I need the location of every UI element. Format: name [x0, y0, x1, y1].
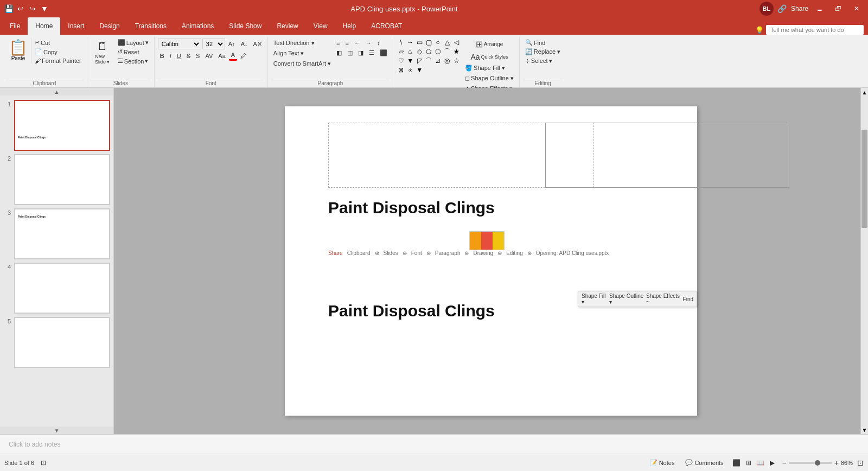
format-painter-button[interactable]: 🖌 Format Painter [33, 56, 84, 65]
user-avatar[interactable]: BL [760, 2, 774, 16]
slide-preview-4[interactable] [14, 263, 110, 314]
reset-button[interactable]: ↺ Reset [116, 47, 151, 56]
slide-preview-2[interactable] [14, 154, 110, 205]
redo-icon[interactable]: ↪ [28, 4, 37, 13]
highlight-button[interactable]: 🖊 [238, 52, 248, 60]
reading-view-icon[interactable]: 📖 [755, 457, 766, 468]
tab-animations[interactable]: Animations [174, 17, 221, 35]
close-button[interactable]: ✕ [850, 2, 864, 16]
scroll-thumb[interactable] [861, 130, 867, 228]
align-text-button[interactable]: Align Text ▾ [271, 49, 307, 58]
shape-a3[interactable]: ⊿ [433, 56, 442, 65]
paste-button[interactable]: 📋 Paste [5, 38, 31, 63]
decrease-font-button[interactable]: A↓ [239, 40, 250, 48]
shape-trap[interactable]: ⏢ [406, 47, 414, 56]
cut-button[interactable]: ✂ Cut [33, 38, 84, 47]
shape-curve[interactable]: ⌒ [443, 47, 451, 56]
slide-preview-5[interactable] [14, 317, 110, 368]
character-spacing-button[interactable]: AV [203, 52, 215, 60]
shape-arrow[interactable]: → [406, 38, 414, 47]
notes-placeholder[interactable]: Click to add notes [9, 441, 60, 448]
shape-dia[interactable]: ◇ [415, 47, 424, 56]
shape-down-arrow[interactable]: ▼ [415, 66, 424, 74]
shape-fill-button[interactable]: 🪣 Shape Fill ▾ [463, 63, 516, 73]
italic-button[interactable]: I [168, 52, 174, 60]
slide-title[interactable]: Paint Disposal Clings [328, 199, 495, 217]
bullets-button[interactable]: ≡ [334, 39, 342, 47]
tab-design[interactable]: Design [92, 17, 127, 35]
zoom-slider[interactable] [789, 462, 832, 464]
minimize-button[interactable]: 🗕 [813, 2, 827, 16]
shape-tri[interactable]: △ [443, 38, 451, 47]
scroll-up-button[interactable]: ▲ [861, 88, 868, 97]
slide-sorter-icon[interactable]: ⊞ [743, 457, 754, 468]
arrange-button[interactable]: ⊞ Arrange [463, 38, 516, 50]
slide-thumb-4[interactable]: 4 [3, 263, 110, 314]
shape-hex[interactable]: ⬡ [433, 47, 442, 56]
layout-button[interactable]: ⬛ Layout ▾ [116, 38, 151, 47]
section-button[interactable]: ☰ Section ▾ [116, 56, 151, 66]
align-center-button[interactable]: ◫ [345, 48, 355, 58]
slide-title-2[interactable]: Paint Disposal Clings [328, 302, 495, 320]
tab-help[interactable]: Help [335, 17, 364, 35]
line-spacing-button[interactable]: ↕ [375, 39, 382, 47]
strikethrough-button[interactable]: S [184, 52, 193, 60]
undo-icon[interactable]: ↩ [16, 4, 25, 13]
slide-scroll-down[interactable]: ▼ [0, 427, 113, 434]
quick-access-icon[interactable]: ▼ [40, 4, 49, 13]
ribbon-search-input[interactable] [766, 25, 864, 35]
new-slide-button[interactable]: 🗒 NewSlide ▾ [91, 38, 114, 67]
zoom-in-button[interactable]: + [834, 459, 839, 467]
font-name-select[interactable]: Calibri [158, 39, 201, 49]
slide-scroll-up[interactable]: ▲ [0, 88, 113, 96]
underline-button[interactable]: U [175, 52, 183, 60]
shape-para[interactable]: ▱ [397, 47, 405, 56]
shape-rrect[interactable]: ▢ [424, 38, 433, 47]
replace-button[interactable]: 🔄 Replace ▾ [523, 47, 563, 56]
fit-window-icon[interactable]: ⊡ [857, 459, 864, 467]
text-direction-button[interactable]: Text Direction ▾ [271, 39, 317, 48]
fit-slide-icon[interactable]: ⊡ [39, 458, 48, 468]
shape-oval[interactable]: ○ [433, 38, 442, 47]
tab-file[interactable]: File [2, 17, 28, 35]
tab-insert[interactable]: Insert [60, 17, 92, 35]
convert-smartart-button[interactable]: Convert to SmartArt ▾ [271, 59, 333, 68]
font-size-select[interactable]: 32 [202, 39, 225, 49]
numbering-button[interactable]: ≡ [343, 39, 351, 47]
clear-format-button[interactable]: A✕ [251, 40, 264, 49]
bold-button[interactable]: B [158, 52, 167, 60]
slide-preview-3[interactable]: Paint Disposal Clings [14, 208, 110, 259]
slide-thumb-5[interactable]: 5 [3, 317, 110, 368]
comments-button[interactable]: 💬 Comments [682, 458, 726, 467]
slide-thumb-1[interactable]: 1 Paint Disposal Clings [3, 100, 110, 151]
align-right-button[interactable]: ◨ [356, 48, 366, 58]
change-case-button[interactable]: Aa [216, 52, 227, 60]
notes-button[interactable]: 📝 Notes [647, 458, 678, 467]
slide-preview-1[interactable]: Paint Disposal Clings [14, 100, 110, 151]
tab-view[interactable]: View [306, 17, 335, 35]
shape-a5[interactable]: ☆ [452, 56, 461, 65]
columns-button[interactable]: ⬛ [378, 48, 390, 58]
mt-shape-effects[interactable]: Shape Effects ~ [646, 293, 681, 305]
tab-transitions[interactable]: Transitions [127, 17, 174, 35]
tt-share[interactable]: Share [328, 250, 343, 256]
scroll-down-button[interactable]: ▼ [861, 425, 868, 434]
slide-show-icon[interactable]: ▶ [767, 457, 778, 468]
mt-shape-outline[interactable]: Shape Outline ▾ [609, 293, 644, 305]
increase-font-button[interactable]: A↑ [226, 40, 238, 48]
find-button[interactable]: 🔍 Find [523, 38, 563, 47]
shape-penta[interactable]: ⬠ [424, 47, 433, 56]
slide-thumb-2[interactable]: 2 [3, 154, 110, 205]
shape-a2[interactable]: ⌒ [424, 56, 433, 65]
share-label[interactable]: Share [791, 5, 808, 12]
shape-a6[interactable]: ⊠ [397, 66, 405, 74]
shape-more[interactable]: ▼ [406, 56, 414, 65]
zoom-level[interactable]: 86% [841, 460, 853, 466]
restore-button[interactable]: 🗗 [831, 2, 845, 16]
indent-less-button[interactable]: ← [352, 39, 362, 47]
shape-rtri[interactable]: ◁ [452, 38, 461, 47]
justify-button[interactable]: ☰ [367, 48, 376, 58]
shape-heart[interactable]: ♡ [397, 56, 405, 65]
text-shadow-button[interactable]: S [194, 52, 202, 60]
select-button[interactable]: ⊹ Select ▾ [523, 56, 563, 66]
